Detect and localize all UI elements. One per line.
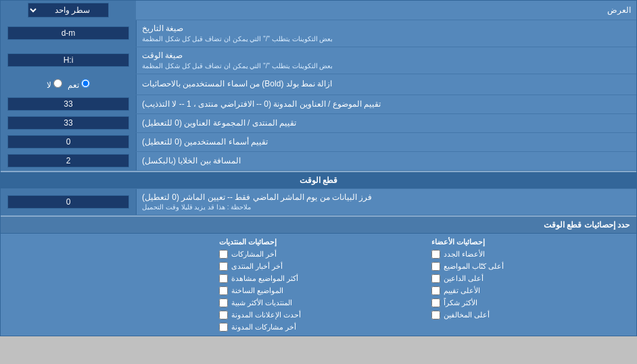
stats-checkboxes: إحصائيات الأعضاء الأعضاء الجدد أعلى كتّا… xyxy=(1,234,636,336)
date-format-label: صيغة التاريخ بعض التكوينات يتطلب "/" الت… xyxy=(136,20,636,47)
main-container: العرض سطر واحد صيغة التاريخ بعض التكوينا… xyxy=(0,0,637,336)
cutoff-row: فرز البيانات من يوم الماشر الماضي فقط --… xyxy=(1,189,636,216)
cell-spacing-input[interactable] xyxy=(7,154,129,167)
date-format-input-container xyxy=(1,20,136,47)
empty-stats-col xyxy=(7,238,206,332)
cutoff-section-header: قطع الوقت xyxy=(1,171,636,189)
topic-sort-input[interactable] xyxy=(7,97,129,111)
most-similar-forums-item: المنتديات الأكثر شبية xyxy=(219,298,417,307)
hot-topics-item: المواضيع الساخنة xyxy=(219,286,417,295)
date-format-input[interactable] xyxy=(7,26,129,40)
top-violators-checkbox[interactable] xyxy=(431,311,440,319)
last-forum-news-checkbox[interactable] xyxy=(219,262,228,271)
user-sort-label: تقييم أسماء المستخدمين (0 للتعطيل) xyxy=(136,133,636,151)
bold-remove-label: ازالة نمط بولد (Bold) من اسماء المستخدمي… xyxy=(136,74,636,95)
new-members-item: الأعضاء الجدد xyxy=(431,250,630,259)
most-viewed-item: أكثر المواضيع مشاهدة xyxy=(219,274,417,283)
latest-blog-announcements-checkbox[interactable] xyxy=(219,311,228,319)
radio-yes-label: تعم xyxy=(68,79,90,90)
cell-spacing-label: المسافة بين الخلايا (بالبكسل) xyxy=(136,152,636,170)
bold-remove-radio-container: تعم لا xyxy=(1,74,136,95)
cutoff-input-container xyxy=(1,189,136,215)
top-topic-writers-checkbox[interactable] xyxy=(431,262,440,271)
bold-radio-group: تعم لا xyxy=(41,76,96,93)
top-violators-item: أعلى المخالفين xyxy=(431,311,630,319)
user-sort-input[interactable] xyxy=(7,135,129,149)
display-row: العرض سطر واحد xyxy=(1,1,636,20)
time-format-label: صيغة الوقت بعض التكوينات يتطلب "/" التي … xyxy=(136,47,636,74)
last-forum-news-item: أخر أخبار المنتدى xyxy=(219,262,417,271)
topic-sort-label: تقييم الموضوع / العناوين المدونة (0 -- ا… xyxy=(136,95,636,113)
radio-no[interactable] xyxy=(53,79,62,88)
forum-sort-input-container xyxy=(1,114,136,132)
most-viewed-checkbox[interactable] xyxy=(219,274,228,283)
user-sort-input-container xyxy=(1,133,136,151)
cutoff-input[interactable] xyxy=(7,195,129,209)
time-format-input[interactable] xyxy=(7,53,129,67)
forum-sort-input[interactable] xyxy=(7,116,129,130)
forums-stats-header: إحصائيات المنتديات xyxy=(219,238,417,246)
last-blog-posts-checkbox[interactable] xyxy=(219,323,228,332)
latest-blog-announcements-item: أحدث الإعلانات المدونة xyxy=(219,311,417,319)
topic-sort-row: تقييم الموضوع / العناوين المدونة (0 -- ا… xyxy=(1,95,636,114)
cell-spacing-row: المسافة بين الخلايا (بالبكسل) xyxy=(1,152,636,171)
display-label: العرض xyxy=(136,3,636,18)
user-sort-row: تقييم أسماء المستخدمين (0 للتعطيل) xyxy=(1,133,636,152)
bold-remove-row: ازالة نمط بولد (Bold) من اسماء المستخدمي… xyxy=(1,74,636,95)
time-format-row: صيغة الوقت بعض التكوينات يتطلب "/" التي … xyxy=(1,47,636,74)
display-select-container: سطر واحد xyxy=(1,1,136,20)
members-stats-header: إحصائيات الأعضاء xyxy=(431,238,630,246)
time-format-input-container xyxy=(1,47,136,74)
last-blog-posts-item: أخر مشاركات المدونة xyxy=(219,323,417,332)
most-thanked-checkbox[interactable] xyxy=(431,298,440,307)
top-topic-writers-item: أعلى كتّاب المواضيع xyxy=(431,262,630,271)
stats-header-row: حدد إحصائيات قطع الوقت xyxy=(1,217,636,234)
radio-no-label: لا xyxy=(47,79,62,90)
stats-section: حدد إحصائيات قطع الوقت إحصائيات الأعضاء … xyxy=(1,215,636,336)
top-inviters-item: أعلى الداعين xyxy=(431,274,630,283)
radio-yes[interactable] xyxy=(81,79,90,88)
top-inviters-checkbox[interactable] xyxy=(431,274,440,283)
top-rated-item: الأعلى تقييم xyxy=(431,286,630,295)
forum-sort-label: تقييم المنتدى / المجموعة العناوين (0 للت… xyxy=(136,114,636,132)
cutoff-label: فرز البيانات من يوم الماشر الماضي فقط --… xyxy=(136,189,636,215)
top-rated-checkbox[interactable] xyxy=(431,286,440,295)
new-members-checkbox[interactable] xyxy=(431,250,440,259)
forums-stats-col: إحصائيات المنتديات أخر المشاركات أخر أخب… xyxy=(219,238,417,332)
stats-header-label: حدد إحصائيات قطع الوقت xyxy=(7,220,630,230)
display-select[interactable]: سطر واحد xyxy=(28,3,109,18)
most-similar-forums-checkbox[interactable] xyxy=(219,298,228,307)
most-thanked-item: الأكثر شكراً xyxy=(431,298,630,307)
date-format-row: صيغة التاريخ بعض التكوينات يتطلب "/" الت… xyxy=(1,20,636,47)
members-stats-col: إحصائيات الأعضاء الأعضاء الجدد أعلى كتّا… xyxy=(431,238,630,332)
last-posts-item: أخر المشاركات xyxy=(219,250,417,259)
topic-sort-input-container xyxy=(1,95,136,113)
forum-sort-row: تقييم المنتدى / المجموعة العناوين (0 للت… xyxy=(1,114,636,133)
cell-spacing-input-container xyxy=(1,152,136,170)
hot-topics-checkbox[interactable] xyxy=(219,286,228,295)
last-posts-checkbox[interactable] xyxy=(219,250,228,259)
